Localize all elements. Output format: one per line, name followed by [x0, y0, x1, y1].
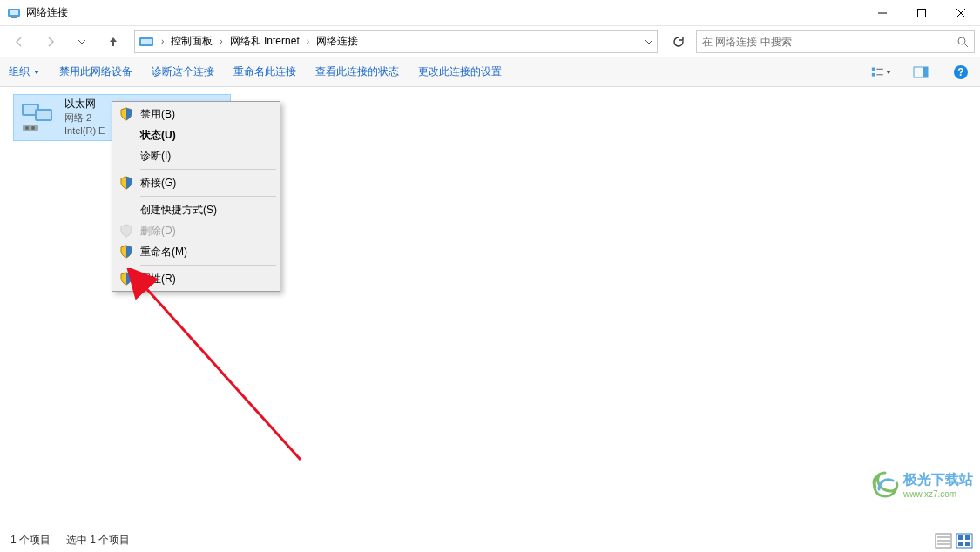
minimize-button[interactable] — [862, 0, 902, 26]
organize-label: 组织 — [9, 64, 30, 79]
svg-point-24 — [25, 126, 29, 130]
svg-rect-35 — [965, 542, 970, 546]
breadcrumb-separator: › — [158, 37, 167, 46]
menu-disable[interactable]: 禁用(B) — [114, 104, 278, 125]
network-name: 网络 2 — [64, 111, 105, 125]
shield-icon — [119, 245, 133, 259]
location-icon — [139, 34, 154, 50]
svg-rect-22 — [37, 111, 51, 119]
menu-create-shortcut-label: 创建快捷方式(S) — [140, 203, 217, 218]
breadcrumb-separator: › — [303, 37, 313, 46]
content-area: 以太网 网络 2 Intel(R) E 禁用(B) 状态(U) 诊断(I) 桥接… — [0, 87, 980, 526]
disable-device-action[interactable]: 禁用此网络设备 — [59, 64, 132, 79]
change-settings-action[interactable]: 更改此连接的设置 — [418, 64, 502, 79]
command-bar: 组织 禁用此网络设备 诊断这个连接 重命名此连接 查看此连接的状态 更改此连接的… — [0, 57, 980, 87]
svg-rect-11 — [872, 67, 875, 71]
up-button[interactable] — [99, 30, 127, 54]
network-adapter-text: 以太网 网络 2 Intel(R) E — [64, 97, 105, 138]
adapter-model: Intel(R) E — [64, 125, 105, 138]
address-bar[interactable]: › 控制面板 › 网络和 Internet › 网络连接 — [134, 30, 658, 53]
selected-count: 选中 1 个项目 — [66, 533, 130, 548]
menu-delete-label: 删除(D) — [140, 224, 176, 239]
svg-rect-16 — [923, 67, 928, 77]
breadcrumb-item[interactable]: 网络和 Internet — [226, 34, 303, 49]
navigation-bar: › 控制面板 › 网络和 Internet › 网络连接 — [0, 26, 980, 57]
svg-text:?: ? — [957, 66, 963, 78]
menu-rename[interactable]: 重命名(M) — [114, 241, 278, 262]
menu-status-label: 状态(U) — [140, 128, 176, 143]
window-controls — [862, 0, 980, 26]
svg-rect-23 — [23, 125, 38, 131]
menu-separator — [140, 169, 276, 170]
svg-rect-32 — [958, 535, 963, 540]
search-icon[interactable] — [956, 36, 969, 48]
svg-rect-12 — [872, 72, 875, 76]
refresh-button[interactable] — [665, 30, 693, 54]
svg-point-25 — [31, 126, 35, 130]
breadcrumb-item[interactable]: 网络连接 — [313, 34, 362, 49]
menu-disable-label: 禁用(B) — [140, 107, 175, 122]
menu-create-shortcut[interactable]: 创建快捷方式(S) — [114, 199, 278, 220]
svg-rect-4 — [917, 9, 925, 17]
menu-properties-label: 属性(R) — [140, 272, 176, 286]
search-box[interactable] — [696, 30, 975, 53]
menu-properties[interactable]: 属性(R) — [114, 268, 278, 289]
shield-icon — [119, 224, 133, 238]
forward-button[interactable] — [37, 30, 64, 54]
window-title: 网络连接 — [26, 5, 862, 20]
item-count: 1 个项目 — [10, 533, 51, 548]
help-button[interactable]: ? — [950, 62, 971, 83]
menu-diagnose[interactable]: 诊断(I) — [114, 145, 278, 166]
back-button[interactable] — [5, 30, 33, 54]
watermark-title: 极光下载站 — [903, 471, 973, 489]
shield-icon — [119, 107, 133, 121]
adapter-name: 以太网 — [64, 97, 105, 111]
menu-rename-label: 重命名(M) — [140, 245, 187, 259]
breadcrumb-item[interactable]: 控制面板 — [167, 34, 216, 49]
view-options-button[interactable] — [870, 62, 891, 83]
rename-action[interactable]: 重命名此连接 — [233, 64, 296, 79]
svg-line-10 — [964, 44, 968, 47]
svg-point-9 — [958, 37, 965, 44]
title-bar: 网络连接 — [0, 0, 980, 26]
menu-separator — [140, 196, 276, 197]
ethernet-icon — [19, 100, 57, 135]
search-input[interactable] — [702, 36, 956, 48]
menu-status[interactable]: 状态(U) — [114, 125, 278, 145]
menu-bridge-label: 桥接(G) — [140, 176, 176, 191]
preview-pane-button[interactable] — [910, 62, 931, 83]
maximize-button[interactable] — [902, 0, 941, 26]
status-bar: 1 个项目 选中 1 个项目 — [0, 528, 980, 552]
organize-menu[interactable]: 组织 — [9, 64, 40, 79]
svg-rect-2 — [11, 17, 17, 18]
recent-locations-button[interactable] — [68, 30, 96, 54]
app-icon — [7, 6, 21, 20]
shield-icon — [119, 272, 133, 286]
shield-icon — [119, 176, 133, 190]
annotation-arrow — [126, 268, 318, 477]
svg-rect-8 — [141, 39, 152, 44]
menu-diagnose-label: 诊断(I) — [140, 149, 171, 164]
menu-bridge[interactable]: 桥接(G) — [114, 172, 278, 193]
context-menu: 禁用(B) 状态(U) 诊断(I) 桥接(G) 创建快捷方式(S) 删除(D) … — [112, 101, 280, 292]
watermark: 极光下载站 www.xz7.com — [870, 470, 973, 500]
menu-delete: 删除(D) — [114, 220, 278, 241]
svg-rect-33 — [965, 535, 970, 540]
svg-line-26 — [144, 286, 301, 460]
svg-rect-1 — [10, 10, 18, 15]
details-view-button[interactable] — [935, 533, 952, 549]
large-icons-view-button[interactable] — [956, 533, 973, 549]
menu-separator — [140, 265, 276, 266]
breadcrumb-separator: › — [216, 37, 226, 46]
watermark-logo — [870, 470, 900, 500]
diagnose-action[interactable]: 诊断这个连接 — [152, 64, 214, 79]
view-status-action[interactable]: 查看此连接的状态 — [315, 64, 399, 79]
svg-rect-34 — [958, 542, 963, 546]
watermark-url: www.xz7.com — [903, 489, 973, 499]
address-dropdown-icon[interactable] — [645, 37, 653, 46]
close-button[interactable] — [941, 0, 980, 26]
